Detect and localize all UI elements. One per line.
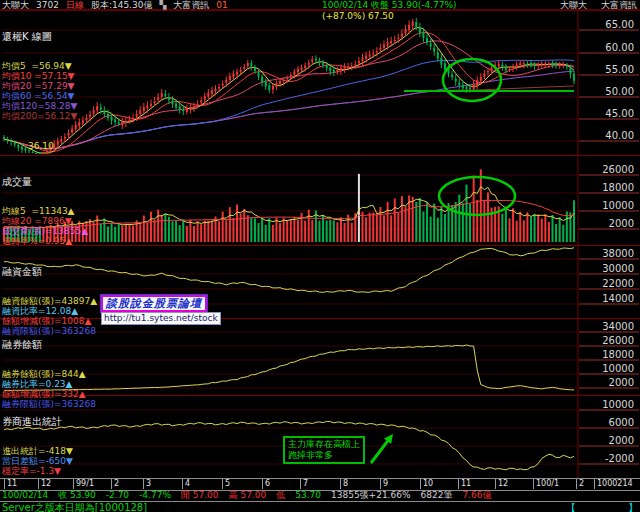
x-axis-label: 12	[38, 479, 51, 489]
legend-row: 均線5 =11343▲	[2, 206, 88, 216]
watermark-url[interactable]: http://tu1.sytes.net/stock	[101, 312, 221, 325]
y-axis-label: 50.00	[605, 86, 634, 97]
status-segment: 開 57.00	[181, 490, 219, 500]
volume-panel-legend: 成交量 均線5 =11343▲均線20 =7896▼成交量(張)=13855▲週…	[2, 156, 88, 236]
x-axis-label: 2	[576, 479, 584, 489]
x-axis-label: 99/1	[73, 479, 94, 489]
y-axis-label: 18000	[602, 349, 634, 360]
status-segment: 53.70	[295, 490, 321, 500]
x-axis-label: 8	[340, 479, 348, 489]
y-axis-label: 65.00	[605, 19, 634, 30]
legend-row: 穩定率=-1.3▼	[2, 466, 73, 476]
x-axis-label: 2	[111, 479, 119, 489]
status-segment: 低	[276, 490, 285, 500]
legend-row: 均價5 =56.94▼	[2, 61, 77, 71]
x-axis-label: 11	[4, 479, 17, 489]
status-segment: 7.66億	[462, 490, 491, 500]
status-segment: 6822筆	[420, 490, 452, 500]
legend-row: 週轉率%=0.95▲	[2, 236, 88, 246]
y-axis-label: 30000	[602, 263, 634, 274]
margin-panel-title: 融資金額	[2, 266, 97, 276]
legend-row: 融券餘額(張)=844▲	[2, 369, 96, 379]
status-segment: 收 53.90	[58, 490, 96, 500]
x-axis-label: 11	[458, 479, 471, 489]
legend-row: 融資比率=12.08▲	[2, 306, 97, 316]
status-segment: -4.77%	[139, 490, 171, 500]
server-version-text: Server之版本日期為[1000128]	[2, 502, 147, 512]
price-panel-title: 還權K 線圖	[2, 31, 77, 41]
annotation-note-line2: 跑掉非常多	[288, 450, 333, 460]
legend-row: 均價60 =56.54▼	[2, 91, 77, 101]
y-axis-label: 10000	[602, 399, 634, 410]
annotation-note: 主力庫存在高檔上跑掉非常多	[283, 436, 365, 464]
y-axis-label: 55.00	[605, 64, 634, 75]
x-axis-label: 3	[143, 479, 151, 489]
y-axis-label: 18000	[602, 182, 634, 193]
x-axis-label: 7	[300, 479, 308, 489]
margin-panel-legend: 融資金額 融資餘額(張)=43897▲融資比率=12.08▲餘額增減(張)=10…	[2, 246, 97, 326]
legend-row: 均價200=56.12▼	[2, 111, 77, 121]
y-axis-label: 22000	[602, 278, 634, 289]
x-axis-label: 9	[380, 479, 388, 489]
y-axis-label: 14000	[602, 293, 634, 304]
legend-row: 進出統計=-418▼	[2, 446, 73, 456]
legend-row: 融券比率=0.23▲	[2, 379, 96, 389]
legend-row: 成交量(張)=13855▲	[2, 226, 88, 236]
legend-row: 當日差額=-650▼	[2, 456, 73, 466]
bracket-close: 】	[628, 502, 638, 512]
legend-row: 均價120=58.28▼	[2, 101, 77, 111]
x-axis-label: 1000214	[594, 479, 633, 489]
legend-row: 均價20 =57.29▼	[2, 81, 77, 91]
legend-row: 融資餘額(張)=43897▲	[2, 296, 97, 306]
status-segment: 13855張+21.66%	[331, 490, 411, 500]
legend-row: 均價10 =57.15▼	[2, 71, 77, 81]
app-window: 大聯大 3702 日線 股本:145.30億 ▚ 大富資訊 01 100/02/…	[0, 0, 640, 512]
y-axis-label: 60.00	[605, 42, 634, 53]
y-axis-label: 10000	[602, 200, 634, 211]
short-panel-legend: 融券餘額 融券餘額(張)=844▲融券比率=0.23▲餘額增減(張)=332▲融…	[2, 319, 96, 399]
x-axis-label: 12	[495, 479, 508, 489]
high-price-label: (+87.0%) 67.50	[322, 11, 394, 21]
y-axis-label: 10000	[602, 363, 634, 374]
legend-row: 均線20 =7896▼	[2, 216, 88, 226]
bracket-open: 【	[566, 502, 576, 512]
annotation-note-line1: 主力庫存在高檔上	[288, 439, 360, 449]
x-axis-label: 6	[262, 479, 270, 489]
y-axis-label: 45.00	[605, 108, 634, 119]
y-axis-label: 6000	[609, 417, 634, 428]
x-axis-label: 4	[182, 479, 190, 489]
short-panel-title: 融券餘額	[2, 339, 96, 349]
price-panel-legend: 還權K 線圖 均價5 =56.94▼均價10 =57.15▼均價20 =57.2…	[2, 11, 77, 91]
server-bar: Server之版本日期為[1000128] 【 】	[0, 501, 640, 512]
y-axis-label: 2000	[609, 377, 634, 388]
status-segment: 100/02/14	[2, 490, 48, 500]
x-axis-label: 100/1	[533, 479, 559, 489]
x-axis-label: 10	[420, 479, 433, 489]
y-axis-label: -2000	[605, 453, 634, 464]
watermark-banner: 談股說金股票論壇	[101, 295, 207, 312]
broker-panel-title: 券商進出統計	[2, 416, 73, 426]
y-axis-label: 26000	[602, 164, 634, 175]
status-segment: -2.70	[106, 490, 129, 500]
x-axis-label: 5	[222, 479, 230, 489]
y-axis-label: 34000	[602, 321, 634, 332]
y-axis-label: 2000	[609, 218, 634, 229]
y-axis-label: 40.00	[605, 130, 634, 141]
status-segment: 高 57.00	[229, 490, 267, 500]
y-axis-label: 26000	[602, 335, 634, 346]
status-bar: 100/02/14收 53.90-2.70-4.77%開 57.00高 57.0…	[2, 490, 638, 500]
y-axis-label: 2000	[609, 435, 634, 446]
broker-panel-legend: 券商進出統計 進出統計=-418▼當日差額=-650▼穩定率=-1.3▼	[2, 396, 73, 476]
y-axis-label: 38000	[602, 248, 634, 259]
volume-panel-title: 成交量	[2, 176, 88, 186]
low-price-label: 36.10	[28, 141, 54, 151]
